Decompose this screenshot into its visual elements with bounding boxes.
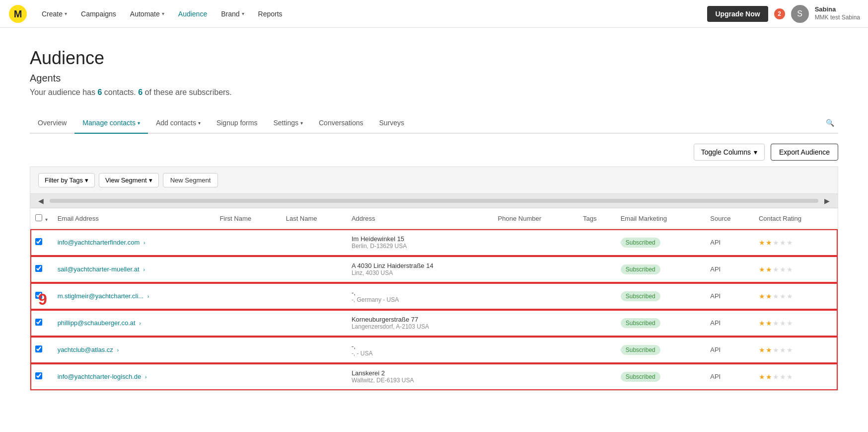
row-checkbox[interactable]: [35, 265, 42, 272]
row-email: m.stiglmeir@yachtcharter.cli... ›: [53, 283, 215, 310]
select-all-checkbox[interactable]: [35, 214, 42, 221]
notification-badge[interactable]: 2: [774, 8, 785, 19]
table-toolbar: Toggle Columns ▾ Export Audience: [30, 134, 838, 167]
row-phone: [493, 283, 578, 310]
row-tags: [578, 283, 616, 310]
row-first-name: [215, 363, 281, 390]
mailchimp-logo[interactable]: M: [8, 4, 28, 24]
row-checkbox-cell: [30, 363, 53, 390]
user-name: Sabina: [815, 5, 860, 14]
row-expand-icon[interactable]: ›: [117, 347, 119, 353]
email-link[interactable]: yachtclub@atlas.cz: [58, 346, 113, 353]
row-rating: ★★★★★: [754, 283, 838, 310]
row-expand-icon[interactable]: ›: [145, 374, 147, 380]
row-source: API: [705, 363, 754, 390]
scroll-bar[interactable]: ◀ ▶: [30, 194, 838, 208]
nav-brand[interactable]: Brand ▾: [215, 6, 250, 22]
row-tags: [578, 363, 616, 390]
search-icon[interactable]: 🔍: [822, 113, 838, 133]
header-contact-rating: Contact Rating: [754, 208, 838, 229]
table-row: info@yachtcharterfinder.com › Im Heidewi…: [30, 229, 838, 256]
scroll-left-arrow[interactable]: ◀: [34, 195, 48, 207]
nav-create[interactable]: Create ▾: [36, 6, 73, 22]
row-source: API: [705, 310, 754, 337]
row-checkbox[interactable]: [35, 346, 42, 352]
email-link[interactable]: phillipp@schauberger.co.at: [58, 319, 136, 327]
row-checkbox[interactable]: [35, 372, 42, 379]
table-row: m.stiglmeir@yachtcharter.cli... › -, -, …: [30, 283, 838, 310]
table-row: yachtclub@atlas.cz › -, -, - USA Subscri…: [30, 337, 838, 363]
header-email-marketing: Email Marketing: [616, 208, 706, 229]
row-first-name: [215, 337, 281, 363]
star-rating: ★★★★★: [759, 346, 794, 354]
tab-signup-forms[interactable]: Signup forms: [209, 113, 265, 134]
row-last-name: [281, 256, 347, 283]
nav-automate[interactable]: Automate ▾: [124, 6, 170, 22]
subscribed-badge: Subscribed: [621, 291, 660, 301]
export-audience-button[interactable]: Export Audience: [771, 144, 838, 161]
nav-right: Upgrade Now 2 S Sabina MMK test Sabina: [707, 5, 860, 23]
avatar[interactable]: S: [791, 5, 809, 23]
row-source: API: [705, 283, 754, 310]
row-email: phillipp@schauberger.co.at ›: [53, 310, 215, 337]
scroll-right-arrow[interactable]: ▶: [820, 195, 834, 207]
user-info: Sabina MMK test Sabina: [815, 5, 860, 21]
nav-audience[interactable]: Audience: [172, 6, 213, 22]
row-address: Korneuburgerstraße 77 Langenzersdorf, A-…: [347, 310, 493, 337]
tab-surveys[interactable]: Surveys: [371, 113, 413, 134]
nav-reports[interactable]: Reports: [252, 6, 289, 22]
row-last-name: [281, 363, 347, 390]
row-first-name: [215, 256, 281, 283]
view-segment-button[interactable]: View Segment ▾: [99, 173, 159, 187]
chevron-down-icon: ▾: [754, 148, 757, 156]
audience-name: Agents: [30, 73, 838, 84]
audience-description: Your audience has 6 contacts. 6 of these…: [30, 88, 838, 97]
email-link[interactable]: m.stiglmeir@yachtcharter.cli...: [58, 292, 144, 300]
row-email: sail@yachtcharter-mueller.at ›: [53, 256, 215, 283]
chevron-down-icon: ▾: [138, 120, 140, 126]
chevron-down-icon: ▾: [85, 176, 88, 184]
row-rating: ★★★★★: [754, 337, 838, 363]
row-last-name: [281, 310, 347, 337]
chevron-down-icon: ▾: [162, 11, 164, 16]
email-link[interactable]: info@yachtcharter-logisch.de: [58, 373, 142, 380]
filter-by-tags-button[interactable]: Filter by Tags ▾: [38, 173, 95, 187]
row-expand-icon[interactable]: ›: [144, 240, 145, 246]
tab-add-contacts[interactable]: Add contacts ▾: [148, 113, 209, 134]
row-expand-icon[interactable]: ›: [143, 266, 145, 272]
tab-manage-contacts[interactable]: Manage contacts ▾: [74, 113, 148, 134]
row-source: API: [705, 256, 754, 283]
tab-overview[interactable]: Overview: [30, 113, 74, 134]
toggle-columns-button[interactable]: Toggle Columns ▾: [694, 144, 765, 161]
row-checkbox[interactable]: [35, 319, 42, 326]
email-link[interactable]: sail@yachtcharter-mueller.at: [58, 265, 140, 273]
row-expand-icon[interactable]: ›: [147, 293, 149, 299]
subscribed-badge: Subscribed: [621, 345, 660, 355]
subscribed-badge: Subscribed: [621, 264, 660, 274]
header-first-name: First Name: [215, 208, 281, 229]
upgrade-button[interactable]: Upgrade Now: [707, 6, 768, 22]
tab-conversations[interactable]: Conversations: [311, 113, 371, 134]
header-phone: Phone Number: [493, 208, 578, 229]
audience-tabs: Overview Manage contacts ▾ Add contacts …: [30, 113, 838, 134]
user-subtitle: MMK test Sabina: [815, 14, 860, 22]
row-source: API: [705, 337, 754, 363]
row-phone: [493, 363, 578, 390]
nav-campaigns[interactable]: Campaigns: [75, 6, 122, 22]
table-row: info@yachtcharter-logisch.de › Lanskerei…: [30, 363, 838, 390]
row-email-marketing: Subscribed: [616, 310, 706, 337]
row-expand-icon[interactable]: ›: [139, 320, 141, 326]
email-link[interactable]: info@yachtcharterfinder.com: [58, 239, 140, 246]
nav-links: Create ▾ Campaigns Automate ▾ Audience B…: [36, 6, 707, 22]
row-email-marketing: Subscribed: [616, 337, 706, 363]
tab-settings[interactable]: Settings ▾: [265, 113, 311, 134]
chevron-down-icon: ▾: [242, 11, 244, 16]
row-checkbox[interactable]: [35, 238, 42, 245]
new-segment-button[interactable]: New Segment: [163, 173, 218, 187]
contacts-table: ▾ Email Address First Name Last Name Add…: [30, 208, 838, 390]
row-first-name: [215, 283, 281, 310]
row-phone: [493, 310, 578, 337]
row-address: Lanskerei 2 Wallwitz, DE-6193 USA: [347, 363, 493, 390]
subscribed-badge: Subscribed: [621, 238, 660, 248]
row-address: -, -, Germany - USA: [347, 283, 493, 310]
